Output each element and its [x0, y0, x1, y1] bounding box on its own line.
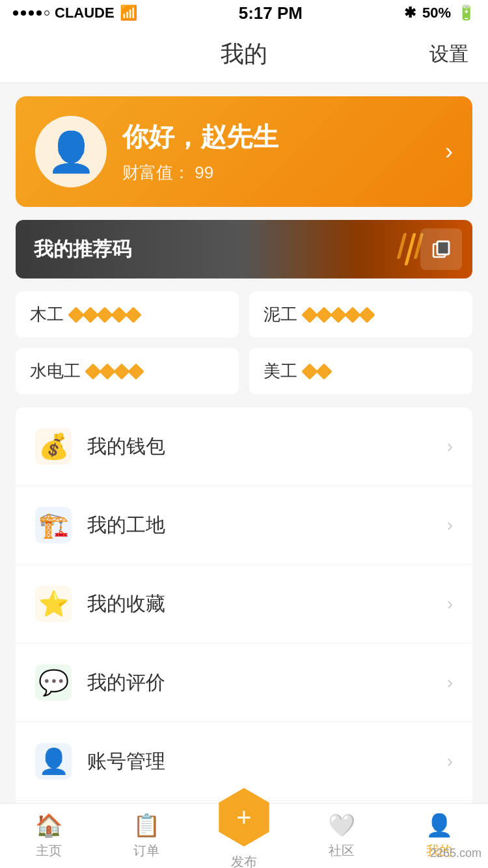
profile-card[interactable]: 👤 你好，赵先生 财富值： 99 › [16, 96, 472, 207]
menu-label-account: 账号管理 [87, 748, 447, 775]
copy-icon[interactable] [420, 228, 462, 270]
site-arrow-icon: › [447, 515, 453, 536]
orders-tab-label: 订单 [133, 842, 159, 860]
wifi-icon: 📶 [120, 5, 137, 21]
skill-carpentry-label: 木工 [30, 303, 64, 326]
promo-code-banner[interactable]: 我的推荐码 [16, 220, 472, 278]
wallet-icon: 💰 [35, 428, 72, 465]
promo-code-label: 我的推荐码 [34, 236, 131, 263]
wallet-arrow-icon: › [447, 436, 453, 457]
skill-design[interactable]: 美工 [249, 348, 472, 394]
bluetooth-icon: ✱ [404, 5, 416, 21]
menu-item-reviews[interactable]: 💬 我的评价 › [16, 644, 472, 722]
tab-home[interactable]: 🏠 主页 [0, 804, 98, 868]
status-left: CLAUDE 📶 [13, 5, 137, 21]
skill-design-label: 美工 [264, 360, 297, 383]
profile-arrow-icon: › [445, 138, 453, 165]
profile-name: 你好，赵先生 [122, 119, 453, 155]
skill-plumbing-rating [87, 366, 142, 377]
tab-bar: 🏠 主页 📋 订单 + 发布 🤍 社区 👤 我的 [0, 803, 488, 868]
account-arrow-icon: › [447, 751, 453, 772]
skill-masonry-rating [304, 309, 373, 321]
battery-label: 50% [422, 5, 451, 21]
tab-orders[interactable]: 📋 订单 [98, 804, 195, 868]
watermark: 2265.com [430, 847, 481, 860]
reviews-arrow-icon: › [447, 672, 453, 693]
menu-item-favorites[interactable]: ⭐ 我的收藏 › [16, 565, 472, 644]
menu-label-site: 我的工地 [87, 512, 447, 539]
favorites-icon: ⭐ [35, 586, 72, 622]
community-tab-icon: 🤍 [328, 812, 355, 838]
status-time: 5:17 PM [239, 3, 303, 23]
menu-label-favorites: 我的收藏 [87, 591, 447, 617]
home-tab-label: 主页 [36, 842, 62, 860]
mine-tab-icon: 👤 [426, 812, 453, 838]
orders-tab-icon: 📋 [133, 812, 160, 838]
skill-carpentry[interactable]: 木工 [16, 292, 239, 338]
menu-label-wallet: 我的钱包 [87, 433, 447, 460]
site-icon: 🏗️ [35, 507, 72, 543]
skill-masonry[interactable]: 泥工 [249, 292, 472, 338]
menu-item-wallet[interactable]: 💰 我的钱包 › [16, 407, 472, 486]
carrier-label: CLAUDE [55, 5, 115, 21]
profile-info: 你好，赵先生 财富值： 99 [122, 119, 453, 184]
skill-plumbing-label: 水电工 [30, 360, 81, 383]
settings-button[interactable]: 设置 [429, 41, 468, 68]
signal-dots [13, 10, 49, 16]
avatar-icon: 👤 [47, 129, 96, 175]
publish-plus-icon: + [236, 804, 251, 830]
menu-label-reviews: 我的评价 [87, 670, 447, 696]
skill-carpentry-rating [70, 309, 139, 321]
community-tab-label: 社区 [329, 842, 355, 860]
publish-hex-button[interactable]: + [215, 788, 273, 847]
favorites-arrow-icon: › [447, 593, 453, 614]
wealth-value: 99 [195, 163, 213, 182]
profile-wealth: 财富值： 99 [122, 161, 453, 184]
status-right: ✱ 50% 🔋 [404, 5, 475, 21]
tab-community[interactable]: 🤍 社区 [293, 804, 390, 868]
status-bar: CLAUDE 📶 5:17 PM ✱ 50% 🔋 [0, 0, 488, 26]
promo-decoration [400, 233, 420, 265]
avatar: 👤 [35, 116, 107, 187]
reviews-icon: 💬 [35, 664, 72, 701]
account-icon: 👤 [35, 743, 72, 780]
wealth-label: 财富值： [122, 163, 190, 182]
skill-masonry-label: 泥工 [264, 303, 297, 326]
svg-rect-1 [437, 241, 449, 254]
skill-design-rating [304, 366, 330, 377]
main-content: 👤 你好，赵先生 财富值： 99 › 我的推荐码 木工 [0, 83, 488, 868]
tab-publish[interactable]: + 发布 [195, 788, 293, 868]
skill-plumbing[interactable]: 水电工 [16, 348, 239, 394]
home-tab-icon: 🏠 [35, 812, 62, 838]
publish-tab-label: 发布 [231, 853, 257, 868]
menu-item-site[interactable]: 🏗️ 我的工地 › [16, 486, 472, 565]
battery-icon: 🔋 [457, 5, 475, 21]
page-title: 我的 [221, 38, 267, 70]
skills-grid: 木工 泥工 水电工 [16, 292, 472, 394]
nav-bar: 我的 设置 [0, 26, 488, 83]
